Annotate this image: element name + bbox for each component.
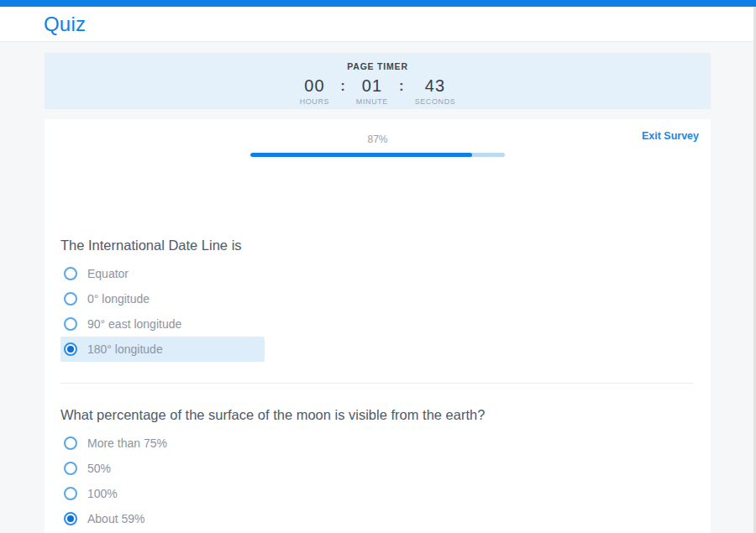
option-label: More than 75%	[87, 436, 167, 450]
timer-minutes-label: MINUTE	[356, 97, 388, 106]
page-title: Quiz	[44, 13, 86, 36]
timer-minutes-group: 01 MINUTE	[356, 77, 388, 106]
question-block: The International Date Line is Equator 0…	[45, 237, 711, 362]
app-header: Quiz	[0, 7, 756, 42]
radio-icon[interactable]	[64, 462, 77, 475]
timer-seconds-value: 43	[425, 77, 445, 95]
option-label: 0° longitude	[87, 292, 150, 306]
radio-icon[interactable]	[64, 292, 77, 306]
timer-hours-group: 00 HOURS	[300, 77, 330, 106]
progress-percent-label: 87%	[250, 133, 505, 145]
timer-hours-value: 00	[304, 77, 324, 95]
option-label: About 59%	[87, 512, 145, 525]
progress-bar-fill	[250, 153, 472, 157]
option-row[interactable]: 50%	[60, 456, 265, 481]
option-row[interactable]: 180° longitude	[60, 337, 265, 362]
question-text: The International Date Line is	[60, 237, 711, 253]
option-label: 50%	[87, 462, 111, 475]
option-label: 100%	[87, 487, 118, 500]
radio-icon[interactable]	[64, 342, 77, 356]
options-list: Equator 0° longitude 90° east longitude …	[45, 261, 711, 362]
option-row[interactable]: 90° east longitude	[60, 311, 265, 337]
timer-seconds-label: SECONDS	[415, 97, 456, 106]
option-row[interactable]: 100%	[60, 481, 265, 506]
question-divider	[60, 383, 693, 384]
option-row[interactable]: 0° longitude	[60, 286, 265, 311]
option-label: 90° east longitude	[87, 317, 181, 331]
page-timer-panel: PAGE TIMER 00 HOURS : 01 MINUTE : 43 SEC…	[45, 53, 711, 109]
radio-icon[interactable]	[64, 512, 77, 525]
progress: 87%	[250, 133, 505, 157]
option-row[interactable]: More than 75%	[60, 431, 265, 456]
question-text: What percentage of the surface of the mo…	[60, 406, 711, 423]
timer-hours-label: HOURS	[300, 97, 330, 106]
timer-title: PAGE TIMER	[45, 61, 711, 71]
radio-icon[interactable]	[64, 487, 77, 500]
options-list: More than 75% 50% 100% About 59%	[45, 431, 711, 531]
timer-display: 00 HOURS : 01 MINUTE : 43 SECONDS	[45, 77, 711, 106]
option-label: 180° longitude	[87, 342, 163, 356]
timer-seconds-group: 43 SECONDS	[415, 77, 456, 106]
option-label: Equator	[87, 267, 129, 280]
timer-separator: :	[399, 77, 404, 95]
timer-separator: :	[340, 77, 345, 95]
radio-icon[interactable]	[64, 317, 77, 331]
progress-bar-track	[250, 153, 505, 157]
top-accent-bar	[0, 0, 756, 7]
question-block: What percentage of the surface of the mo…	[45, 406, 711, 531]
timer-minutes-value: 01	[362, 77, 382, 95]
page-body: PAGE TIMER 00 HOURS : 01 MINUTE : 43 SEC…	[0, 53, 756, 533]
radio-icon[interactable]	[64, 436, 77, 450]
exit-survey-link[interactable]: Exit Survey	[642, 130, 699, 142]
radio-icon[interactable]	[64, 267, 77, 280]
progress-section: 87%	[45, 119, 711, 178]
option-row[interactable]: Equator	[60, 261, 265, 286]
option-row[interactable]: About 59%	[60, 506, 265, 531]
survey-card: Exit Survey 87% The International Date L…	[45, 119, 711, 533]
